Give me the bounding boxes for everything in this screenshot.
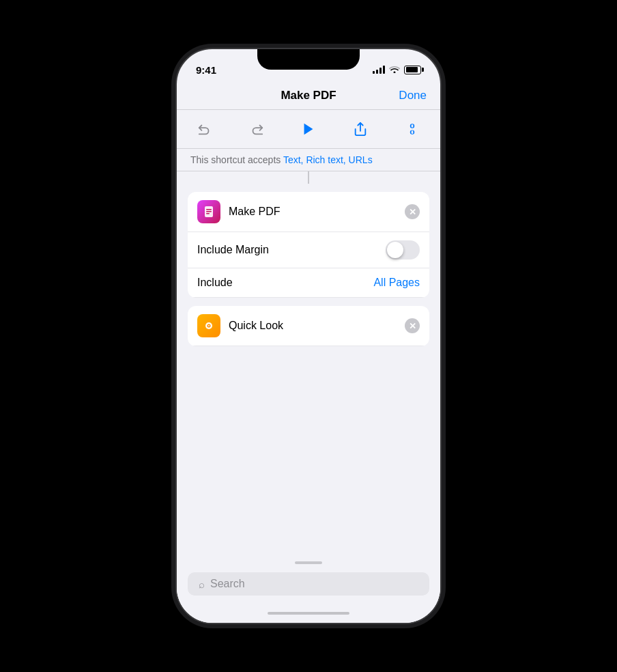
svg-rect-4: [412, 124, 414, 128]
svg-rect-5: [412, 130, 414, 134]
make-pdf-label: Make PDF: [229, 206, 397, 218]
include-margin-label: Include Margin: [197, 244, 269, 256]
drag-pill: [295, 561, 322, 564]
svg-rect-9: [206, 213, 210, 214]
home-bar: [268, 612, 349, 615]
done-button[interactable]: Done: [386, 89, 427, 102]
nav-bar: Make PDF Done: [177, 83, 440, 110]
play-button[interactable]: [296, 117, 321, 141]
make-pdf-icon: [197, 200, 220, 223]
search-placeholder: Search: [210, 578, 245, 590]
scroll-divider: [308, 171, 309, 184]
signal-icon: [373, 66, 385, 74]
status-time: 9:41: [196, 64, 216, 76]
share-button[interactable]: [348, 117, 373, 141]
accepts-types[interactable]: Text, Rich text, URLs: [283, 154, 373, 165]
home-indicator: [177, 604, 440, 623]
bottom-area: ⌕ Search: [177, 556, 440, 623]
search-icon: ⌕: [199, 578, 205, 590]
drag-handle: [177, 556, 440, 567]
search-bar[interactable]: ⌕ Search: [188, 572, 429, 596]
quick-look-close-button[interactable]: ✕: [405, 318, 420, 333]
quick-look-icon: [197, 314, 220, 337]
undo-button[interactable]: [192, 117, 217, 141]
quick-look-label: Quick Look: [229, 320, 397, 332]
accepts-prefix: This shortcut accepts: [190, 154, 283, 165]
make-pdf-close-button[interactable]: ✕: [405, 204, 420, 219]
svg-rect-8: [206, 211, 212, 212]
toolbar: [177, 110, 440, 149]
settings-button[interactable]: [400, 117, 425, 141]
phone-frame: 9:41 Make PDF: [175, 48, 442, 624]
accepts-bar: This shortcut accepts Text, Rich text, U…: [177, 149, 440, 171]
search-bar-container: ⌕ Search: [177, 567, 440, 604]
svg-marker-0: [304, 124, 313, 135]
include-margin-toggle[interactable]: [386, 240, 420, 260]
redo-button[interactable]: [244, 117, 269, 141]
include-margin-row: Include Margin: [188, 232, 429, 268]
wifi-icon: [389, 65, 400, 75]
svg-point-12: [208, 325, 210, 326]
notch: [257, 49, 360, 70]
make-pdf-card: Make PDF ✕ Include Margin Include All Pa…: [188, 192, 429, 298]
battery-icon: [404, 66, 421, 74]
nav-title: Make PDF: [231, 89, 386, 102]
svg-rect-7: [206, 209, 212, 210]
include-row: Include All Pages: [188, 268, 429, 298]
include-value[interactable]: All Pages: [373, 277, 420, 289]
status-icons: [373, 65, 421, 75]
quick-look-card: Quick Look ✕: [188, 306, 429, 346]
quick-look-header: Quick Look ✕: [188, 306, 429, 346]
make-pdf-header: Make PDF ✕: [188, 192, 429, 232]
include-label: Include: [197, 277, 233, 289]
